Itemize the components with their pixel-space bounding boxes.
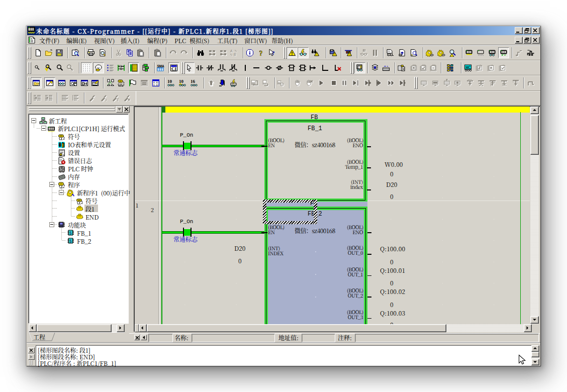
svg-text:10: 10 (167, 79, 172, 84)
svg-text:?: ? (272, 50, 275, 56)
svg-text:0.02: 0.02 (153, 84, 159, 86)
svg-text:HC: HC (465, 65, 471, 70)
svg-text:B: B (234, 53, 236, 56)
svg-text:H: H (119, 64, 122, 68)
svg-text:5: 5 (69, 231, 71, 236)
svg-text:?: ? (259, 50, 263, 57)
svg-text:A: A (230, 49, 233, 53)
svg-text:SMA: SMA (157, 64, 165, 68)
svg-text:16: 16 (191, 79, 196, 84)
svg-text:10: 10 (179, 79, 184, 84)
svg-text:CI: CI (171, 66, 176, 71)
svg-text:5: 5 (69, 239, 71, 244)
